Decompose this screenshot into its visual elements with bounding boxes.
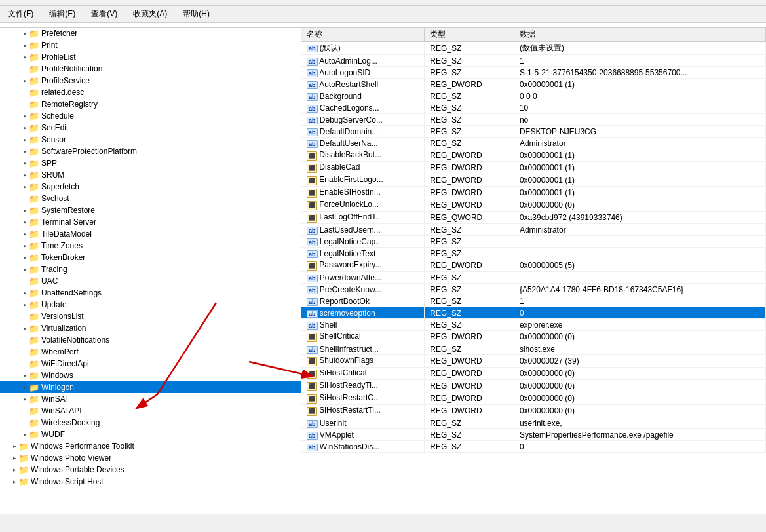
- menu-file[interactable]: 文件(F): [5, 7, 36, 21]
- expander-windows[interactable]: ▸: [21, 372, 29, 379]
- expander-secedit[interactable]: ▸: [21, 124, 29, 131]
- expander-winscripthost[interactable]: ▸: [10, 478, 18, 485]
- expander-sensor[interactable]: ▸: [21, 136, 29, 143]
- table-row[interactable]: ab scremoveoptionREG_SZ0: [301, 307, 766, 319]
- table-row[interactable]: ⬛ SiHostCriticalREG_DWORD0x00000000 (0): [301, 368, 766, 380]
- expander-superfetch[interactable]: ▸: [21, 183, 29, 190]
- table-row[interactable]: ab VMAppletREG_SZSystemPropertiesPerform…: [301, 429, 766, 441]
- expander-prefetcher[interactable]: ▸: [21, 30, 29, 37]
- expander-profileservice[interactable]: ▸: [21, 77, 29, 84]
- tree-item-wbemperf[interactable]: 📁WbemPerf: [0, 346, 301, 358]
- tree-item-profilelist[interactable]: ▸📁ProfileList: [0, 51, 301, 63]
- table-row[interactable]: ab LegalNoticeCap...REG_SZ: [301, 236, 766, 248]
- tree-item-volatilenotifications[interactable]: 📁VolatileNotifications: [0, 334, 301, 346]
- table-row[interactable]: ab ShellREG_SZexplorer.exe: [301, 319, 766, 331]
- table-row[interactable]: ⬛ SiHostReadyTi...REG_DWORD0x00000000 (0…: [301, 380, 766, 392]
- expander-tracing[interactable]: ▸: [21, 266, 29, 273]
- tree-item-srum[interactable]: ▸📁SRUM: [0, 169, 301, 181]
- tree-item-softwareprotectionplatform[interactable]: ▸📁SoftwareProtectionPlatform: [0, 145, 301, 157]
- tree-item-tiledatamodel[interactable]: ▸📁TileDataModel: [0, 228, 301, 240]
- expander-winlogon[interactable]: ▾: [21, 384, 29, 390]
- tree-item-wifidirectapi[interactable]: 📁WiFiDirectApi: [0, 358, 301, 370]
- expander-systemrestore[interactable]: ▸: [21, 207, 29, 214]
- table-row[interactable]: ab ShellInfrastruct...REG_SZsihost.exe: [301, 343, 766, 355]
- table-row[interactable]: ⬛ LastLogOffEndT...REG_QWORD0xa39cbd972 …: [301, 212, 766, 224]
- menu-help[interactable]: 帮助(H): [180, 7, 212, 21]
- table-row[interactable]: ab ReportBootOkREG_SZ1: [301, 295, 766, 307]
- table-row[interactable]: ⬛ EnableFirstLogo...REG_DWORD0x00000001 …: [301, 174, 766, 187]
- table-row[interactable]: ab CachedLogons...REG_SZ10: [301, 102, 766, 114]
- tree-item-tracing[interactable]: ▸📁Tracing: [0, 263, 301, 275]
- tree-item-unattendsettings[interactable]: ▸📁UnattendSettings: [0, 287, 301, 299]
- tree-item-tokenbroker[interactable]: ▸📁TokenBroker: [0, 252, 301, 263]
- table-row[interactable]: ⬛ ForceUnlockLo...REG_DWORD0x00000000 (0…: [301, 199, 766, 212]
- tree-item-profileservice[interactable]: ▸📁ProfileService: [0, 75, 301, 86]
- expander-winsat[interactable]: ▸: [21, 396, 29, 402]
- table-row[interactable]: ⬛ ShutdownFlagsREG_DWORD0x00000027 (39): [301, 355, 766, 368]
- table-row[interactable]: ab DebugServerCo...REG_SZno: [301, 114, 766, 126]
- table-row[interactable]: ab AutoLogonSIDREG_SZS-1-5-21-3776154350…: [301, 67, 766, 79]
- tree-item-secedit[interactable]: ▸📁SecEdit: [0, 122, 301, 134]
- expander-tiledatamodel[interactable]: ▸: [21, 231, 29, 237]
- table-row[interactable]: ab WinStationsDis...REG_SZ0: [301, 441, 766, 453]
- tree-item-systemrestore[interactable]: ▸📁SystemRestore: [0, 204, 301, 216]
- expander-winphotoviewer[interactable]: ▸: [10, 455, 18, 461]
- expander-timezones[interactable]: ▸: [21, 242, 29, 249]
- table-row[interactable]: ab LastUsedUsern...REG_SZAdministrator: [301, 224, 766, 236]
- expander-print[interactable]: ▸: [21, 42, 29, 48]
- tree-item-timezones[interactable]: ▸📁Time Zones: [0, 240, 301, 252]
- table-row[interactable]: ⬛ EnableSIHostIn...REG_DWORD0x00000001 (…: [301, 187, 766, 199]
- tree-item-wudf[interactable]: ▸📁WUDF: [0, 428, 301, 440]
- expander-tokenbroker[interactable]: ▸: [21, 254, 29, 261]
- tree-item-remoteregistry[interactable]: 📁RemoteRegistry: [0, 98, 301, 110]
- tree-item-uac[interactable]: 📁UAC: [0, 275, 301, 287]
- table-row[interactable]: ab AutoRestartShellREG_DWORD0x00000001 (…: [301, 79, 766, 90]
- expander-schedule[interactable]: ▸: [21, 113, 29, 119]
- table-row[interactable]: ab PreCreateKnow...REG_SZ{A520A1A4-1780-…: [301, 284, 766, 295]
- tree-item-svchost[interactable]: 📁Svchost: [0, 193, 301, 204]
- tree-item-winsatapi[interactable]: 📁WinSATAPI: [0, 405, 301, 417]
- table-row[interactable]: ab DefaultUserNa...REG_SZAdministrator: [301, 138, 766, 149]
- expander-winportabledevices[interactable]: ▸: [10, 466, 18, 473]
- menu-favorites[interactable]: 收藏夹(A): [130, 7, 170, 21]
- expander-srum[interactable]: ▸: [21, 172, 29, 178]
- table-row[interactable]: ab AutoAdminLog...REG_SZ1: [301, 55, 766, 67]
- tree-item-winsat[interactable]: ▸📁WinSAT: [0, 393, 301, 405]
- table-row[interactable]: ab PowerdownAfte...REG_SZ: [301, 272, 766, 284]
- tree-item-winphotoviewer[interactable]: ▸📁Windows Photo Viewer: [0, 452, 301, 464]
- expander-terminalserver[interactable]: ▸: [21, 219, 29, 225]
- tree-item-profilenotification[interactable]: 📁ProfileNotification: [0, 63, 301, 75]
- table-row[interactable]: ⬛ DisableBackBut...REG_DWORD0x00000001 (…: [301, 149, 766, 162]
- expander-profilelist[interactable]: ▸: [21, 54, 29, 60]
- tree-item-windows[interactable]: ▸📁Windows: [0, 370, 301, 381]
- table-row[interactable]: ⬛ SiHostRestartTi...REG_DWORD0x00000000 …: [301, 405, 766, 417]
- expander-wudf[interactable]: ▸: [21, 431, 29, 438]
- table-row[interactable]: ab BackgroundREG_SZ0 0 0: [301, 90, 766, 102]
- tree-item-superfetch[interactable]: ▸📁Superfetch: [0, 181, 301, 193]
- menu-view[interactable]: 查看(V): [88, 7, 120, 21]
- table-row[interactable]: ab UserinitREG_SZuserinit.exe,: [301, 417, 766, 429]
- table-row[interactable]: ⬛ ShellCriticalREG_DWORD0x00000000 (0): [301, 331, 766, 343]
- tree-item-virtualization[interactable]: ▸📁Virtualization: [0, 322, 301, 334]
- table-row[interactable]: ab (默认)REG_SZ(数值未设置): [301, 42, 766, 55]
- tree-item-wirelessdocking[interactable]: 📁WirelessDocking: [0, 417, 301, 428]
- table-row[interactable]: ab DefaultDomain...REG_SZDESKTOP-NJEU3CG: [301, 126, 766, 138]
- tree-item-terminalserver[interactable]: ▸📁Terminal Server: [0, 216, 301, 228]
- tree-item-winportabledevices[interactable]: ▸📁Windows Portable Devices: [0, 464, 301, 476]
- expander-update[interactable]: ▸: [21, 301, 29, 308]
- tree-item-winlogon[interactable]: ▾📁Winlogon: [0, 381, 301, 393]
- tree-item-related-desc[interactable]: 📁related.desc: [0, 86, 301, 98]
- expander-spp[interactable]: ▸: [21, 160, 29, 166]
- tree-item-schedule[interactable]: ▸📁Schedule: [0, 110, 301, 122]
- tree-item-versionslist[interactable]: 📁VersionsList: [0, 311, 301, 322]
- expander-softwareprotectionplatform[interactable]: ▸: [21, 148, 29, 155]
- tree-item-sensor[interactable]: ▸📁Sensor: [0, 134, 301, 145]
- table-row[interactable]: ⬛ DisableCadREG_DWORD0x00000001 (1): [301, 162, 766, 174]
- expander-unattendsettings[interactable]: ▸: [21, 290, 29, 296]
- tree-item-winscripthost[interactable]: ▸📁Windows Script Host: [0, 476, 301, 487]
- tree-item-prefetcher[interactable]: ▸📁Prefetcher: [0, 28, 301, 39]
- menu-edit[interactable]: 编辑(E): [47, 7, 78, 21]
- expander-virtualization[interactable]: ▸: [21, 325, 29, 332]
- tree-item-spp[interactable]: ▸📁SPP: [0, 157, 301, 169]
- table-row[interactable]: ⬛ SiHostRestartC...REG_DWORD0x00000000 (…: [301, 392, 766, 405]
